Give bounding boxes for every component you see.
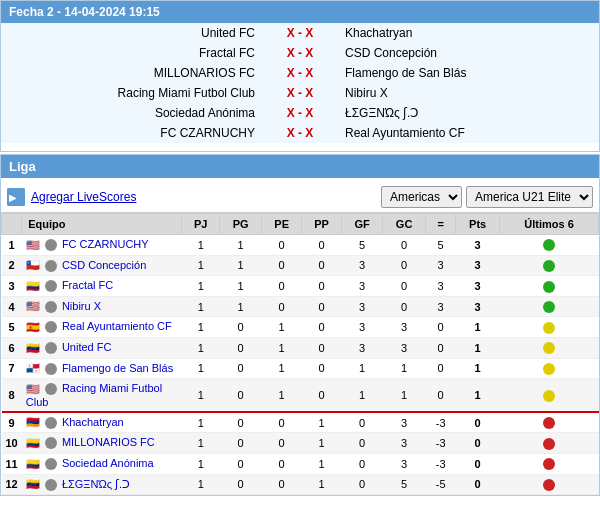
league-select[interactable]: America U21 EliteAmerica U21America Open [466, 186, 593, 208]
pts-cell: 3 [456, 255, 500, 276]
gc-cell: 3 [383, 337, 426, 358]
form-cell [500, 337, 599, 358]
add-livescores-link[interactable]: Agregar LiveScores [31, 190, 136, 204]
form-cell [500, 296, 599, 317]
team-link[interactable]: Nibiru X [62, 300, 101, 312]
rank-cell: 7 [2, 358, 22, 379]
team-cell: 🇨🇱 CSD Concepción [22, 255, 182, 276]
team-link[interactable]: Flamengo de San Blás [62, 362, 173, 374]
team-cell: 🇪🇸 Real Ayuntamiento CF [22, 317, 182, 338]
rank-cell: 2 [2, 255, 22, 276]
team-badge [45, 437, 57, 449]
col-rank [2, 214, 22, 235]
pe-cell: 0 [262, 255, 302, 276]
table-row: 7 🇵🇦 Flamengo de San Blás 1 0 1 0 1 1 0 … [2, 358, 599, 379]
pe-cell: 1 [262, 317, 302, 338]
gc-cell: 3 [383, 433, 426, 454]
team-link[interactable]: Fractal FC [62, 279, 113, 291]
team-flag: 🇨🇴 [26, 458, 40, 470]
table-row: 5 🇪🇸 Real Ayuntamiento CF 1 0 1 0 3 3 0 … [2, 317, 599, 338]
gf-cell: 0 [342, 412, 383, 433]
home-team: MILLONARIOS FC [1, 63, 261, 83]
team-flag: 🇺🇸 [26, 383, 40, 395]
team-link[interactable]: ŁΣGΞNΏς ʃ.Ͻ [62, 478, 130, 490]
team-cell: 🇻🇪 ŁΣGΞNΏς ʃ.Ͻ [22, 474, 182, 495]
diff-cell: -3 [426, 412, 456, 433]
pe-cell: 0 [262, 412, 302, 433]
form-cell [500, 276, 599, 297]
team-flag: 🇪🇸 [26, 321, 40, 333]
team-cell: 🇻🇪 United FC [22, 337, 182, 358]
pts-cell: 0 [456, 474, 500, 495]
match-score[interactable]: X - X [261, 123, 339, 143]
team-link[interactable]: Khachatryan [62, 416, 124, 428]
match-row: FC CZARNUCHY X - X Real Ayuntamiento CF [1, 123, 599, 143]
pg-cell: 0 [220, 379, 262, 412]
team-link[interactable]: United FC [62, 341, 112, 353]
form-dot [543, 479, 555, 491]
form-dot [543, 301, 555, 313]
gf-cell: 3 [342, 337, 383, 358]
diff-cell: 0 [426, 379, 456, 412]
team-link[interactable]: Sociedad Anónima [62, 457, 154, 469]
pp-cell: 0 [302, 255, 342, 276]
gf-cell: 3 [342, 317, 383, 338]
pp-cell: 0 [302, 358, 342, 379]
pg-cell: 1 [220, 276, 262, 297]
table-row: 3 🇨🇴 Fractal FC 1 1 0 0 3 0 3 3 [2, 276, 599, 297]
pp-cell: 1 [302, 474, 342, 495]
gc-cell: 0 [383, 235, 426, 256]
match-score[interactable]: X - X [261, 83, 339, 103]
pg-cell: 0 [220, 453, 262, 474]
pj-cell: 1 [182, 317, 220, 338]
gf-cell: 3 [342, 296, 383, 317]
pj-cell: 1 [182, 276, 220, 297]
team-link[interactable]: MILLONARIOS FC [62, 436, 155, 448]
svg-text:▶: ▶ [9, 192, 17, 203]
col-last6: Últimos 6 [500, 214, 599, 235]
match-score[interactable]: X - X [261, 43, 339, 63]
match-score[interactable]: X - X [261, 63, 339, 83]
form-dot [543, 458, 555, 470]
pg-cell: 0 [220, 474, 262, 495]
team-badge [45, 280, 57, 292]
pe-cell: 0 [262, 433, 302, 454]
pp-cell: 0 [302, 337, 342, 358]
team-link[interactable]: Real Ayuntamiento CF [62, 320, 172, 332]
pg-cell: 0 [220, 412, 262, 433]
pj-cell: 1 [182, 433, 220, 454]
gf-cell: 3 [342, 276, 383, 297]
pe-cell: 0 [262, 296, 302, 317]
form-cell [500, 379, 599, 412]
match-header: Fecha 2 - 14-04-2024 19:15 [1, 1, 599, 23]
rank-cell: 11 [2, 453, 22, 474]
match-score[interactable]: X - X [261, 23, 339, 43]
rank-cell: 5 [2, 317, 22, 338]
away-team: CSD Concepción [339, 43, 599, 63]
pe-cell: 0 [262, 276, 302, 297]
gf-cell: 1 [342, 379, 383, 412]
liga-controls-right: AmericasEuropeAsiaAfrica America U21 Eli… [381, 186, 593, 208]
match-row: Fractal FC X - X CSD Concepción [1, 43, 599, 63]
pts-cell: 3 [456, 296, 500, 317]
col-diff: = [426, 214, 456, 235]
region-select[interactable]: AmericasEuropeAsiaAfrica [381, 186, 462, 208]
gc-cell: 3 [383, 317, 426, 338]
pp-cell: 0 [302, 235, 342, 256]
match-row: MILLONARIOS FC X - X Flamengo de San Blá… [1, 63, 599, 83]
form-dot [543, 322, 555, 334]
team-link[interactable]: FC CZARNUCHY [62, 238, 149, 250]
match-score[interactable]: X - X [261, 103, 339, 123]
form-dot [543, 281, 555, 293]
rank-cell: 12 [2, 474, 22, 495]
form-dot [543, 342, 555, 354]
home-team: Fractal FC [1, 43, 261, 63]
pts-cell: 0 [456, 453, 500, 474]
team-link[interactable]: CSD Concepción [62, 259, 146, 271]
gc-cell: 0 [383, 276, 426, 297]
table-row: 8 🇺🇸 Racing Miami Futbol Club 1 0 1 0 1 … [2, 379, 599, 412]
rank-cell: 4 [2, 296, 22, 317]
table-row: 2 🇨🇱 CSD Concepción 1 1 0 0 3 0 3 3 [2, 255, 599, 276]
home-team: United FC [1, 23, 261, 43]
pe-cell: 0 [262, 235, 302, 256]
